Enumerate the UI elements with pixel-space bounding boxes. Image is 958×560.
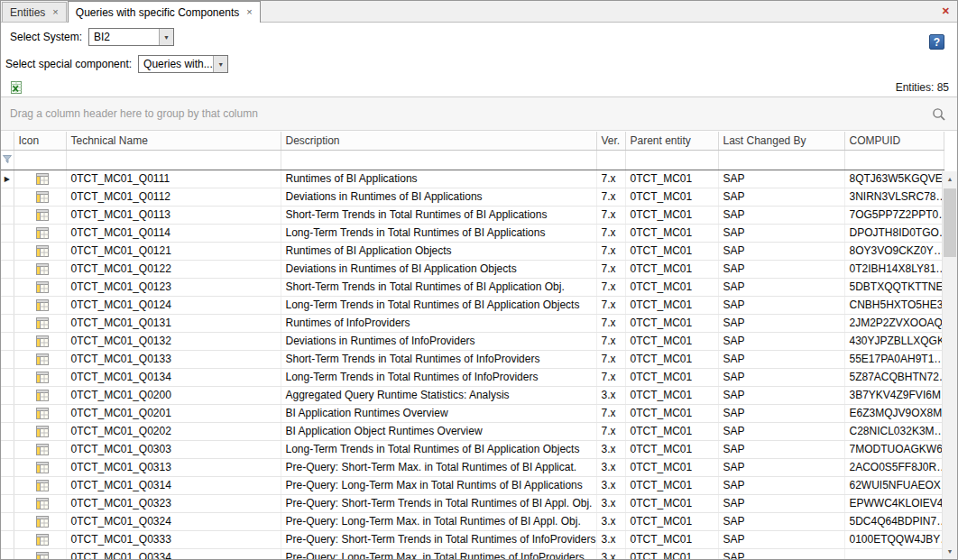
query-icon <box>35 208 50 222</box>
tab-entities[interactable]: Entities × <box>2 2 67 22</box>
table-row[interactable]: 0TCT_MC01_Q0303 Long-Term Trends in Tota… <box>1 440 944 458</box>
filter-input-description[interactable] <box>286 151 592 168</box>
table-row[interactable]: 0TCT_MC01_Q0202 BI Application Object Ru… <box>1 422 944 440</box>
cell-parent-entity: 0TCT_MC01 <box>625 224 718 242</box>
table-row[interactable]: 0TCT_MC01_Q0314 Pre-Query: Long-Term Max… <box>1 476 944 494</box>
column-header-parent-entity[interactable]: Parent entity <box>625 132 718 150</box>
filter-input-version[interactable] <box>602 151 621 168</box>
cell-last-changed-by: SAP <box>718 494 844 512</box>
cell-description: Deviations in Runtimes of InfoProviders <box>281 332 596 350</box>
filter-input-last-changed-by[interactable] <box>723 151 840 168</box>
system-select-value: BI2 <box>94 31 110 43</box>
table-row[interactable]: 0TCT_MC01_Q0123 Short-Term Trends in Tot… <box>1 278 944 296</box>
cell-icon <box>14 314 66 332</box>
cell-technical-name: 0TCT_MC01_Q0303 <box>66 440 281 458</box>
cell-version: 7.x <box>596 278 625 296</box>
table-row[interactable]: 0TCT_MC01_Q0333 Pre-Query: Short-Term Tr… <box>1 530 944 548</box>
cell-parent-entity: 0TCT_MC01 <box>625 548 718 559</box>
column-header-version[interactable]: Ver. <box>596 132 625 150</box>
table-row[interactable]: 0TCT_MC01_Q0113 Short-Term Trends in Tot… <box>1 206 944 224</box>
cell-version: 3.x <box>596 530 625 548</box>
column-header-last-changed-by[interactable]: Last Changed By <box>718 132 844 150</box>
cell-compuid: 55E17PA0AH9T1… <box>844 350 944 368</box>
column-header-icon[interactable]: Icon <box>14 132 66 150</box>
special-component-select[interactable]: Queries with... ▼ <box>138 55 228 73</box>
table-row[interactable]: 0TCT_MC01_Q0134 Long-Term Trends in Tota… <box>1 368 944 386</box>
filter-cell-version <box>596 150 625 170</box>
filter-input-technical-name[interactable] <box>71 151 276 168</box>
cell-version: 7.x <box>596 206 625 224</box>
entities-count: Entities: 85 <box>896 81 949 94</box>
query-icon <box>35 425 50 438</box>
cell-version: 3.x <box>596 494 625 512</box>
column-header-technical-name[interactable]: Technical Name <box>66 132 281 150</box>
table-row[interactable]: 0TCT_MC01_Q0313 Pre-Query: Short-Term Ma… <box>1 458 944 476</box>
row-indicator-cell <box>1 494 14 512</box>
table-row[interactable]: 0TCT_MC01_Q0121 Runtimes of BI Applicati… <box>1 242 944 260</box>
vertical-scrollbar[interactable]: ▲ ▼ <box>942 171 957 559</box>
filter-input-icon[interactable] <box>19 151 61 168</box>
cell-compuid: 7MODTUOAGKW6… <box>844 440 944 458</box>
cell-technical-name: 0TCT_MC01_Q0314 <box>66 476 281 494</box>
scroll-thumb[interactable] <box>944 188 956 257</box>
row-indicator-cell <box>1 548 14 559</box>
row-indicator-cell: ▶ <box>1 170 14 188</box>
cell-parent-entity: 0TCT_MC01 <box>625 332 718 350</box>
cell-icon <box>14 386 66 404</box>
select-component-label: Select special component: <box>5 58 132 70</box>
table-row[interactable]: 0TCT_MC01_Q0323 Pre-Query: Short-Term Tr… <box>1 494 944 512</box>
system-select[interactable]: BI2 ▼ <box>88 28 174 46</box>
cell-compuid: 62WUI5NFUAEOX… <box>844 476 944 494</box>
row-indicator-cell <box>1 332 14 350</box>
cell-compuid: 5DBTXQQTKTTNE… <box>844 278 944 296</box>
filter-input-compuid[interactable] <box>850 151 939 168</box>
tab-close-icon[interactable]: × <box>52 7 58 17</box>
cell-version: 3.x <box>596 458 625 476</box>
filter-row <box>1 150 944 170</box>
table-row[interactable]: 0TCT_MC01_Q0133 Short-Term Trends in Tot… <box>1 350 944 368</box>
cell-compuid: 430YJPZBLLXQGK… <box>844 332 944 350</box>
cell-compuid: DPOJTH8ID0TGO… <box>844 224 944 242</box>
table-row[interactable]: 0TCT_MC01_Q0112 Deviations in Runtimes o… <box>1 188 944 206</box>
cell-parent-entity: 0TCT_MC01 <box>625 260 718 278</box>
row-indicator-cell <box>1 368 14 386</box>
filter-input-parent-entity[interactable] <box>631 151 714 168</box>
help-button[interactable]: ? <box>929 34 944 50</box>
query-icon <box>35 280 50 294</box>
query-icon <box>35 389 50 402</box>
tab-queries-with-specific-components[interactable]: Queries with specific Components × <box>68 1 261 23</box>
close-icon[interactable]: ✕ <box>942 5 950 17</box>
row-indicator-cell <box>1 242 14 260</box>
chevron-down-icon[interactable]: ▼ <box>213 56 227 72</box>
scroll-down-button[interactable]: ▼ <box>943 544 957 559</box>
table-row[interactable]: 0TCT_MC01_Q0124 Long-Term Trends in Tota… <box>1 296 944 314</box>
export-excel-button[interactable] <box>8 79 24 95</box>
query-icon <box>35 262 50 276</box>
table-row[interactable]: 0TCT_MC01_Q0324 Pre-Query: Long-Term Max… <box>1 512 944 530</box>
table-row[interactable]: 0TCT_MC01_Q0114 Long-Term Trends in Tota… <box>1 224 944 242</box>
tab-close-icon[interactable]: × <box>246 7 252 17</box>
cell-version: 7.x <box>596 422 625 440</box>
filter-row-indicator <box>1 150 14 170</box>
cell-compuid: 0100ETQQW4JBY… <box>844 530 944 548</box>
table-row[interactable]: 0TCT_MC01_Q0200 Aggregated Query Runtime… <box>1 386 944 404</box>
table-row[interactable]: 0TCT_MC01_Q0132 Deviations in Runtimes o… <box>1 332 944 350</box>
table-row[interactable]: 0TCT_MC01_Q0122 Deviations in Runtimes o… <box>1 260 944 278</box>
column-header-compuid[interactable]: COMPUID <box>844 132 944 150</box>
row-indicator-cell <box>1 314 14 332</box>
cell-last-changed-by: SAP <box>718 242 844 260</box>
cell-compuid: 2ACO0S5FF8J0R… <box>844 458 944 476</box>
tab-bar: Entities × Queries with specific Compone… <box>1 1 957 23</box>
table-row[interactable]: 0TCT_MC01_Q0131 Runtimes of InfoProvider… <box>1 314 944 332</box>
column-header-description[interactable]: Description <box>281 132 596 150</box>
chevron-down-icon[interactable]: ▼ <box>159 29 173 45</box>
table-row[interactable]: ▶ 0TCT_MC01_Q0111 Runtimes of BI Applica… <box>1 170 944 188</box>
search-button[interactable] <box>931 106 947 123</box>
table-row[interactable]: 0TCT_MC01_Q0334 Pre-Query: Long-Term Max… <box>1 548 944 559</box>
cell-description: Short-Term Trends in Total Runtimes of I… <box>281 350 596 368</box>
cell-last-changed-by: SAP <box>718 476 844 494</box>
cell-last-changed-by: SAP <box>718 458 844 476</box>
table-row[interactable]: 0TCT_MC01_Q0201 BI Application Runtimes … <box>1 404 944 422</box>
scroll-up-button[interactable]: ▲ <box>943 171 957 187</box>
group-by-panel[interactable]: Drag a column header here to group by th… <box>1 97 957 131</box>
